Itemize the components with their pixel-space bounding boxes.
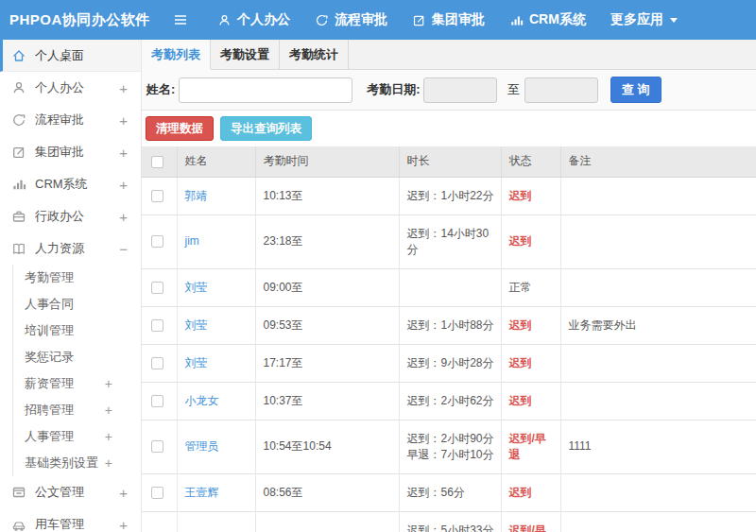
edit-icon <box>11 145 26 160</box>
duration-cell: 迟到：2小时62分 <box>399 382 501 420</box>
topnav-item-caret[interactable]: 更多应用 <box>610 11 678 28</box>
car-icon <box>11 517 26 532</box>
employee-name-link[interactable]: 郭靖 <box>185 189 208 202</box>
table-row: 管理员10:54至10:54迟到：2小时90分早退：7小时10分迟到/早退111… <box>142 420 756 473</box>
status-badge: 迟到 <box>509 189 532 202</box>
employee-name-link[interactable]: 刘莹 <box>185 318 208 332</box>
row-checkbox[interactable] <box>151 440 163 453</box>
employee-name-link[interactable]: 刘莹 <box>185 281 208 294</box>
duration-line: 迟到：2小时90分 <box>407 431 495 447</box>
table-row: 刘莹09:00至正常 <box>142 268 756 306</box>
query-button[interactable]: 查 询 <box>610 77 662 103</box>
col-status: 状态 <box>501 146 560 177</box>
row-checkbox[interactable] <box>151 190 163 202</box>
remark-cell <box>560 382 756 420</box>
duration-line: 迟到：1小时22分 <box>407 188 495 204</box>
tab-attendance-list[interactable]: 考勤列表 <box>142 40 211 69</box>
status-badge: 迟到 <box>509 318 532 332</box>
export-list-button[interactable]: 导出查询列表 <box>220 116 312 141</box>
sidebar-item-briefcase[interactable]: 行政办公+ <box>0 200 141 232</box>
sidebar-item-doc[interactable]: 公文管理+ <box>0 476 141 508</box>
sidebar-subitem[interactable]: 人事管理+ <box>13 423 141 450</box>
topnav-label: 流程审批 <box>335 11 387 28</box>
sidebar-subitem[interactable]: 招聘管理+ <box>13 397 141 423</box>
employee-name-link[interactable]: 刘莹 <box>185 356 208 369</box>
sidebar-item-flow[interactable]: 流程审批+ <box>0 104 141 136</box>
expand-toggle-icon[interactable]: + <box>119 80 128 96</box>
row-checkbox[interactable] <box>151 282 163 294</box>
expand-toggle-icon[interactable]: + <box>105 403 112 418</box>
select-all-checkbox[interactable] <box>151 156 163 168</box>
sidebar-item-edit[interactable]: 集团审批+ <box>0 136 141 168</box>
topnav-label: 个人办公 <box>237 11 290 28</box>
tab-attendance-settings[interactable]: 考勤设置 <box>211 40 280 69</box>
expand-toggle-icon[interactable]: + <box>119 517 128 532</box>
sidebar-item-car[interactable]: 用车管理+ <box>0 508 141 532</box>
row-checkbox[interactable] <box>151 319 163 332</box>
expand-toggle-icon[interactable]: + <box>105 376 112 391</box>
hamburger-icon[interactable] <box>172 11 193 28</box>
main-area: 个人桌面个人办公+流程审批+集团审批+CRM系统+行政办公+人力资源−考勤管理人… <box>0 40 756 532</box>
sidebar-subitem[interactable]: 人事合同 <box>13 291 141 317</box>
name-input[interactable] <box>179 77 352 103</box>
row-checkbox[interactable] <box>151 487 163 499</box>
clean-data-button[interactable]: 清理数据 <box>146 116 214 141</box>
sidebar-subitem-label: 培训管理 <box>25 322 112 339</box>
topnav-item-flow[interactable]: 流程审批 <box>315 11 387 28</box>
duration-cell: 迟到：1小时22分 <box>399 177 501 215</box>
expand-toggle-icon[interactable]: + <box>105 455 112 471</box>
attendance-time-cell: 10:13至 <box>255 177 399 215</box>
expand-toggle-icon[interactable]: + <box>119 209 128 225</box>
duration-line: 早退：7小时10分 <box>407 447 495 463</box>
duration-cell: 迟到：9小时28分 <box>399 344 501 382</box>
sidebar-item-chart[interactable]: CRM系统+ <box>0 168 141 200</box>
row-checkbox[interactable] <box>151 235 163 248</box>
employee-name-link[interactable]: 王壹辉 <box>185 486 219 499</box>
top-nav: 个人办公流程审批集团审批CRM系统更多应用 <box>193 11 678 28</box>
employee-name-link[interactable]: 管理员 <box>185 439 219 453</box>
content-area: 考勤列表 考勤设置 考勤统计 姓名: 考勤日期: 至 查 询 清理数据 导出查询… <box>142 40 756 532</box>
chart-icon <box>11 177 26 192</box>
remark-cell <box>560 177 756 215</box>
expand-toggle-icon[interactable]: + <box>119 177 128 193</box>
status-badge: 迟到/早退 <box>509 523 546 532</box>
row-checkbox[interactable] <box>151 357 163 369</box>
expand-toggle-icon[interactable]: − <box>119 241 128 257</box>
sidebar: 个人桌面个人办公+流程审批+集团审批+CRM系统+行政办公+人力资源−考勤管理人… <box>0 40 142 532</box>
expand-toggle-icon[interactable]: + <box>119 145 128 161</box>
sidebar-subitem[interactable]: 考勤管理 <box>13 265 141 291</box>
row-checkbox[interactable] <box>151 395 163 407</box>
attendance-table-wrap: 姓名 考勤时间 时长 状态 备注 郭靖10:13至迟到：1小时22分迟到jim2… <box>142 146 756 532</box>
attendance-table: 姓名 考勤时间 时长 状态 备注 郭靖10:13至迟到：1小时22分迟到jim2… <box>142 146 756 532</box>
attendance-time-cell: 09:53至 <box>255 306 399 344</box>
sidebar-subitem-label: 招聘管理 <box>25 402 105 419</box>
remark-cell: 业务需要外出 <box>560 306 756 344</box>
sidebar-subitem[interactable]: 基础类别设置+ <box>13 450 141 476</box>
sidebar-item-home[interactable]: 个人桌面 <box>0 40 141 72</box>
expand-toggle-icon[interactable]: + <box>119 112 128 129</box>
topnav-item-edit[interactable]: 集团审批 <box>412 11 485 28</box>
attendance-time-cell: 10:54至10:54 <box>255 420 399 473</box>
sidebar-item-book[interactable]: 人力资源− <box>0 232 141 265</box>
topnav-item-chart[interactable]: CRM系统 <box>509 11 586 28</box>
duration-cell: 迟到：5小时33分早退：4小时67分 <box>399 511 501 532</box>
employee-name-link[interactable]: 小龙女 <box>185 394 219 407</box>
date-to-input[interactable] <box>524 77 598 103</box>
app-logo: PHPOA协同办公软件 <box>0 11 172 29</box>
sidebar-item-label: 人力资源 <box>35 240 119 257</box>
duration-cell: 迟到：1小时88分 <box>399 306 501 344</box>
sidebar-subitem[interactable]: 薪资管理+ <box>13 370 141 397</box>
expand-toggle-icon[interactable]: + <box>105 429 112 444</box>
book-icon <box>11 241 26 256</box>
sidebar-subitem[interactable]: 培训管理 <box>13 317 141 344</box>
flow-icon <box>11 112 26 128</box>
topnav-item-user[interactable]: 个人办公 <box>217 11 290 28</box>
date-from-input[interactable] <box>423 77 497 103</box>
employee-name-link[interactable]: jim <box>185 234 199 248</box>
duration-cell: 迟到：14小时30分 <box>399 215 501 268</box>
tab-attendance-stats[interactable]: 考勤统计 <box>280 40 349 69</box>
sidebar-subitem[interactable]: 奖惩记录 <box>13 344 141 370</box>
remark-cell <box>560 511 756 532</box>
expand-toggle-icon[interactable]: + <box>119 485 128 501</box>
sidebar-item-user[interactable]: 个人办公+ <box>0 72 141 104</box>
